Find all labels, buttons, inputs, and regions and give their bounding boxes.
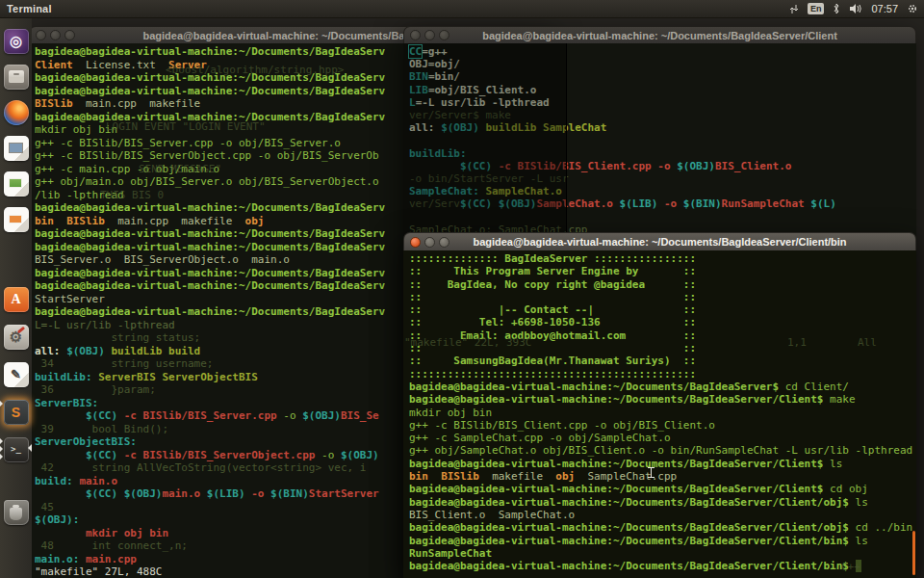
terminal-line: buildLib: xyxy=(409,147,916,160)
firefox-icon[interactable] xyxy=(4,100,29,125)
launcher-item-text-editor[interactable]: ✎ xyxy=(0,355,32,393)
minimize-button[interactable] xyxy=(424,30,435,40)
settings-glyph: ⚙ xyxy=(10,329,22,344)
terminal-line: :: Tel: +6698-1050-136 :: xyxy=(409,316,916,328)
launcher-item-settings[interactable]: ⚙ xyxy=(0,318,32,355)
titlebar-client[interactable]: bagidea@bagidea-virtual-machine: ~/Docum… xyxy=(403,26,916,43)
terminal-line: bagidea@bagidea-virtual-machine:~/Docume… xyxy=(409,560,916,572)
software-center-icon[interactable]: A xyxy=(4,287,29,312)
terminal-line: :: This Program Server Engine by :: xyxy=(409,265,916,277)
launcher-item-sublime[interactable]: S xyxy=(0,393,32,431)
ubuntu-dash-glyph: ◎ xyxy=(10,34,22,48)
settings-icon[interactable]: ⚙ xyxy=(4,325,29,350)
clock[interactable]: 07:57 xyxy=(871,3,898,14)
terminal-line: bagidea@bagidea-virtual-machine:~/Docume… xyxy=(409,535,916,547)
terminal-line: mkdir obj bin xyxy=(409,407,916,419)
lo-writer-icon[interactable] xyxy=(4,136,29,161)
launcher-item-trash[interactable] xyxy=(0,493,32,531)
text-editor-icon[interactable]: ✎ xyxy=(4,362,29,387)
running-pip-icon xyxy=(0,454,3,460)
terminal-line: -o bin/StartServer -L usr xyxy=(409,172,916,185)
terminal-line xyxy=(409,134,916,146)
ghost-bleedthrough-text: SEND MESSAGE" xyxy=(139,163,221,175)
close-button[interactable] xyxy=(410,237,421,248)
terminal-line: g++ -c SampleChat.cpp -o obj/SampleChat.… xyxy=(409,432,916,444)
terminal-line: all: $(OBJ) buildLib SampleChat xyxy=(409,121,916,134)
launcher-spacer xyxy=(0,237,32,280)
terminal-line: bagidea@bagidea-virtual-machine:~/Docume… xyxy=(409,458,916,470)
terminal-line: bagidea@bagidea-virtual-machine:~/Docume… xyxy=(409,393,916,406)
minimize-button[interactable] xyxy=(424,237,435,248)
ghost-bleedthrough-text: C++ xyxy=(841,561,860,573)
close-button[interactable] xyxy=(410,30,421,40)
terminal-line: g++ obj/SampleChat.o obj/BIS_Client.o -o… xyxy=(409,444,916,457)
terminal-line: :: |-- Contact --| :: xyxy=(409,303,916,316)
terminal-line: bagidea@bagidea-virtual-machine:~/Docume… xyxy=(409,381,916,393)
terminal-window-client-bin[interactable]: bagidea@bagidea-virtual-machine: ~/Docum… xyxy=(403,232,916,578)
keyboard-layout-indicator[interactable]: En xyxy=(808,3,825,14)
terminal-line: ver/Server$ make xyxy=(409,109,916,121)
terminal-line xyxy=(409,210,916,223)
terminal-line: bagidea@bagidea-virtual-machine:~/Docume… xyxy=(409,483,916,495)
overlay-scrollbar[interactable] xyxy=(912,531,915,575)
maximize-button[interactable] xyxy=(64,30,75,40)
ghost-bleedthrough-text: <boost/algorithm/string.hpp> xyxy=(166,64,344,76)
trash-icon[interactable] xyxy=(4,500,29,525)
ghost-bleedthrough-text: 1,1 xyxy=(787,336,807,349)
focused-arrow-icon xyxy=(28,444,32,452)
terminal-line: CC=g++ xyxy=(409,45,916,58)
launcher-item-lo-impress[interactable] xyxy=(0,201,32,237)
running-pip-icon xyxy=(0,438,3,444)
terminal-line: BIN=bin/ xyxy=(409,70,916,83)
ubuntu-dash-icon[interactable]: ◎ xyxy=(4,29,29,54)
titlebar-client-bin[interactable]: bagidea@bagidea-virtual-machine: ~/Docum… xyxy=(403,232,916,250)
close-button[interactable] xyxy=(36,30,46,40)
maximize-button[interactable] xyxy=(439,237,449,248)
ghost-bleedthrough-text: All xyxy=(858,336,877,349)
volume-icon[interactable] xyxy=(849,3,862,14)
launcher-item-files[interactable] xyxy=(0,59,32,94)
terminal-line: :: :: xyxy=(409,291,916,303)
terminal-line: $(CC) -c BISlib/BIS_Client.cpp -o $(OBJ)… xyxy=(409,160,916,172)
launcher-item-firefox[interactable] xyxy=(0,94,32,130)
terminal-glyph: >_ xyxy=(11,445,21,454)
launcher-item-software-center[interactable]: A xyxy=(0,280,32,318)
terminal-line: :: BagIdea, No copy right @bagidea :: xyxy=(409,278,916,291)
terminal-line: g++ -c BISlib/BIS_Client.cpp -o obj/BIS_… xyxy=(409,419,916,432)
sublime-icon[interactable]: S xyxy=(4,400,29,425)
launcher-item-terminal[interactable]: >_ xyxy=(0,431,32,468)
launcher-item-lo-calc[interactable] xyxy=(0,166,32,201)
terminal-line: bagidea@bagidea-virtual-machine:~/Docume… xyxy=(409,496,916,509)
launcher-spacer xyxy=(0,468,32,493)
terminal-line: :::::::::::::: BagIdeaServer :::::::::::… xyxy=(409,252,916,265)
terminal-content-client-bin[interactable]: :::::::::::::: BagIdeaServer :::::::::::… xyxy=(403,250,916,578)
files-icon[interactable] xyxy=(4,65,29,90)
minimize-button[interactable] xyxy=(50,30,61,40)
active-app-title: Terminal xyxy=(7,3,52,14)
lo-impress-icon[interactable] xyxy=(4,207,29,232)
terminal-line: RunSampleChat xyxy=(409,547,916,560)
terminal-line: bin BISlib makefile obj SampleChat.cpp xyxy=(409,470,916,483)
session-gear-icon[interactable] xyxy=(907,3,918,14)
ghost-bleedthrough-text: "makefile" 22L, 393C xyxy=(404,336,531,349)
bluetooth-icon[interactable] xyxy=(833,3,840,14)
network-updown-icon[interactable] xyxy=(789,4,799,14)
terminal-line: SampleChat: SampleChat.o xyxy=(409,185,916,197)
terminal-icon[interactable]: >_ xyxy=(4,437,29,462)
launcher-item-ubuntu-dash[interactable]: ◎ xyxy=(0,23,32,59)
text-editor-glyph: ✎ xyxy=(11,368,21,381)
launcher-item-lo-writer[interactable] xyxy=(0,130,32,166)
terminal-line: BIS_Client.o SampleChat.o xyxy=(409,509,916,521)
terminal-line: OBJ=obj/ xyxy=(409,58,916,70)
window-title: bagidea@bagidea-virtual-machine: ~/Docum… xyxy=(404,30,915,41)
terminal-line: ::::::::::::::::::::::::::::::::::::::::… xyxy=(409,368,916,381)
unity-launcher: ◎A⚙✎S>_ xyxy=(0,18,32,578)
software-center-glyph: A xyxy=(11,293,20,306)
lo-calc-icon[interactable] xyxy=(4,171,29,197)
window-title: bagidea@bagidea-virtual-machine: ~/Docum… xyxy=(404,236,915,248)
maximize-button[interactable] xyxy=(439,30,449,40)
terminal-line: LIB=obj/BIS_Client.o xyxy=(409,84,916,96)
running-pip-icon xyxy=(0,401,3,407)
terminal-line: bagidea@bagidea-virtual-machine:~/Docume… xyxy=(409,521,916,534)
ghost-bleedthrough-text: LOGIN EVENT "LOGIN EVENT" xyxy=(106,120,266,133)
